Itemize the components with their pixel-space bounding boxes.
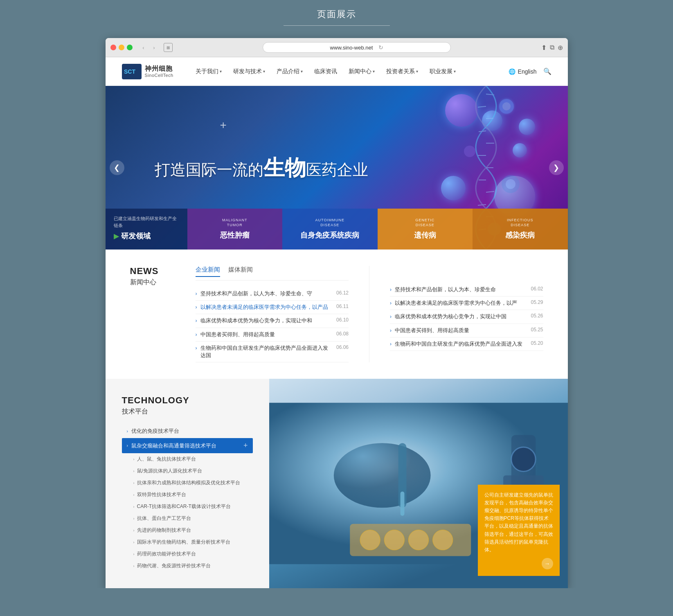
svg-point-21: [333, 443, 430, 508]
nav-item-rd[interactable]: 研发与技术 ▾: [227, 57, 271, 86]
svg-point-15: [502, 102, 511, 110]
svg-line-5: [479, 131, 486, 132]
tab-media-news[interactable]: 媒体新闻: [228, 266, 253, 277]
list-item: › 以解决患者未满足的临床医学需求为中心任务，以产品 06.11: [196, 301, 349, 314]
svg-line-3: [478, 106, 486, 107]
list-item: › 临床优势和成本优势为核心竞争力，实现让中和 06.10: [196, 314, 349, 328]
tech-sub-item[interactable]: › CAR-T抗体筛选和CAR-T载体设计技术平台: [122, 501, 253, 513]
tech-sub-item[interactable]: › 国际水平的生物药结构、质量分析技术平台: [122, 536, 253, 548]
nav-lang[interactable]: 🌐 English 🔍: [509, 67, 551, 75]
tech-left: TECHNOLOGY 技术平台 › 优化的免疫技术平台 › 鼠杂交瘤融合和高通量…: [106, 379, 269, 588]
news-list-right: › 坚持技术和产品创新，以人为本、珍爱生命 06.02 › 以解决患者未满足的临…: [390, 266, 543, 362]
svg-line-10: [486, 191, 494, 192]
list-item: › 坚持技术和产品创新，以人为本、珍爱生命、守 06.12: [196, 287, 349, 301]
list-arrow-icon: ›: [390, 328, 392, 333]
domain-card-genetic[interactable]: GENETICDISEASE 遗传病: [378, 209, 473, 250]
list-arrow-icon: ›: [390, 314, 392, 319]
arrow-icon: ›: [133, 564, 135, 568]
browser-window: ‹ › ⊞ www.sino-web.net ↻ ⬆ ⧉ ⊕ SCT: [106, 38, 568, 588]
svg-point-26: [384, 530, 404, 550]
tabs-button[interactable]: ⊞: [164, 43, 173, 52]
list-item: › 坚持技术和产品创新，以人为本、珍爱生命 06.02: [390, 283, 543, 297]
arrow-icon: ›: [133, 528, 135, 533]
extensions-button[interactable]: ⊕: [558, 44, 563, 52]
browser-actions: ⬆ ⧉ ⊕: [541, 44, 563, 52]
nav-item-careers[interactable]: 职业发展 ▾: [424, 57, 461, 86]
arrow-circle-icon: →: [542, 558, 553, 569]
arrow-icon: ›: [133, 552, 135, 556]
tech-section: TECHNOLOGY 技术平台 › 优化的免疫技术平台 › 鼠杂交瘤融合和高通量…: [106, 379, 568, 588]
tech-info-card: 公司自主研发建立领先的鼠单抗发现平台，包含高融合效率杂交瘤交融、抗原诱导的特异性…: [478, 485, 560, 576]
svg-point-18: [506, 179, 515, 189]
prev-slide-button[interactable]: ❮: [110, 160, 124, 175]
list-arrow-icon: ›: [196, 318, 197, 324]
logo-text: 神州细胞 SinoCellTech: [145, 65, 173, 78]
domain-card-tumor[interactable]: MALIGNANTTUMOR 恶性肿瘤: [187, 209, 283, 250]
nav-item-clinical[interactable]: 临床资讯: [308, 57, 343, 86]
tech-sub-item[interactable]: › 药理药效功能评价技术平台: [122, 548, 253, 560]
tech-card-arrow[interactable]: →: [484, 558, 553, 569]
tech-sub-item[interactable]: › 抗体、蛋白生产工艺平台: [122, 513, 253, 524]
chevron-down-icon: ▾: [454, 69, 456, 74]
svg-point-28: [432, 530, 452, 550]
arrow-icon: ›: [133, 505, 135, 509]
svg-point-27: [408, 530, 428, 550]
svg-text:SCT: SCT: [124, 68, 135, 75]
plus-icon: +: [243, 441, 248, 450]
news-tabs: 企业新闻 媒体新闻: [196, 266, 349, 281]
arrow-icon: ›: [133, 517, 135, 521]
close-button[interactable]: [110, 45, 116, 50]
tech-item-immune[interactable]: › 优化的免疫技术平台: [122, 424, 253, 438]
research-intro: 已建立涵盖生物药研发和生产全链条 ▶ 研发领域: [106, 209, 187, 250]
chevron-down-icon: ▾: [416, 69, 418, 74]
arrow-icon: ›: [127, 443, 128, 448]
tech-sub-item[interactable]: › 人、鼠、兔抗抗体技术平台: [122, 453, 253, 465]
maximize-button[interactable]: [127, 45, 133, 50]
tech-sub-item[interactable]: › 抗体亲和力成熟和抗体结构模拟及优化技术平台: [122, 477, 253, 489]
news-list-left: › 坚持技术和产品创新，以人为本、珍爱生命、守 06.12 › 以解决患者未满足…: [196, 287, 349, 362]
tab-company-news[interactable]: 企业新闻: [196, 266, 220, 277]
logo-icon: SCT: [122, 64, 142, 79]
tech-item-hybridoma[interactable]: › 鼠杂交瘤融合和高通量筛选技术平台 +: [122, 438, 253, 453]
tech-sub-item[interactable]: › 药物代谢、免疫源性评价技术平台: [122, 560, 253, 572]
minimize-button[interactable]: [119, 45, 124, 50]
share-button[interactable]: ⬆: [541, 44, 547, 52]
arrow-icon: ›: [133, 469, 135, 473]
list-item: › 生物药和中国自主研发生产的临床优势产品全面进入发 05.20: [390, 337, 543, 351]
list-arrow-icon: ›: [196, 304, 197, 310]
svg-line-4: [486, 118, 493, 119]
new-window-button[interactable]: ⧉: [550, 44, 554, 52]
next-slide-button[interactable]: ❯: [549, 160, 564, 175]
domain-card-infectious[interactable]: INFECTIOUSDISEASE 感染疾病: [473, 209, 568, 250]
tech-right: 公司自主研发建立领先的鼠单抗发现平台，包含高融合效率杂交瘤交融、抗原诱导的特异性…: [269, 379, 568, 588]
nav-item-investors[interactable]: 投资者关系 ▾: [380, 57, 424, 86]
list-arrow-icon: ›: [196, 332, 197, 337]
back-button[interactable]: ‹: [139, 43, 148, 52]
search-icon[interactable]: 🔍: [543, 67, 551, 75]
tech-sub-item[interactable]: › 鼠/免源抗体的人源化技术平台: [122, 465, 253, 477]
research-title: ▶ 研发领域: [114, 231, 179, 241]
nav-item-news[interactable]: 新闻中心 ▾: [343, 57, 380, 86]
research-domains: 已建立涵盖生物药研发和生产全链条 ▶ 研发领域 MALIGNANTTUMOR 恶…: [106, 209, 568, 250]
news-divider: [369, 266, 369, 362]
tech-sub-item[interactable]: › 先进的药物制剂技术平台: [122, 524, 253, 536]
list-item: › 中国患者买得到、用得起高质量 05.25: [390, 324, 543, 337]
nav-item-about[interactable]: 关于我们 ▾: [190, 57, 227, 86]
forward-button[interactable]: ›: [150, 43, 159, 52]
site-nav: SCT 神州细胞 SinoCellTech 关于我们 ▾ 研发与技术 ▾ 产品介…: [106, 57, 568, 86]
address-bar[interactable]: www.sino-web.net ↻: [263, 42, 451, 53]
hero-banner: 打造国际一流的生物医药企业 + ❮ ❯ 已建立涵盖生物药研发和生产全链条 ▶ 研…: [106, 86, 568, 250]
lab-image: 公司自主研发建立领先的鼠单抗发现平台，包含高融合效率杂交瘤交融、抗原诱导的特异性…: [269, 379, 568, 588]
url-text: www.sino-web.net: [330, 45, 373, 51]
nav-item-products[interactable]: 产品介绍 ▾: [271, 57, 308, 86]
tech-sub-item[interactable]: › 双特异性抗体技术平台: [122, 489, 253, 501]
domain-card-autoimmune[interactable]: AUTOIMMUNEDISEASE 自身免疫系统疾病: [282, 209, 378, 250]
svg-rect-23: [400, 492, 404, 516]
list-arrow-icon: ›: [390, 287, 392, 292]
list-item: › 中国患者买得到、用得起高质量 06.08: [196, 328, 349, 342]
logo[interactable]: SCT 神州细胞 SinoCellTech: [122, 64, 173, 79]
news-header: NEWS 新闻中心: [130, 266, 179, 362]
reload-button[interactable]: ↻: [378, 44, 383, 51]
browser-nav: ‹ ›: [139, 43, 159, 52]
domain-arrow-icon: ▶: [114, 232, 119, 240]
